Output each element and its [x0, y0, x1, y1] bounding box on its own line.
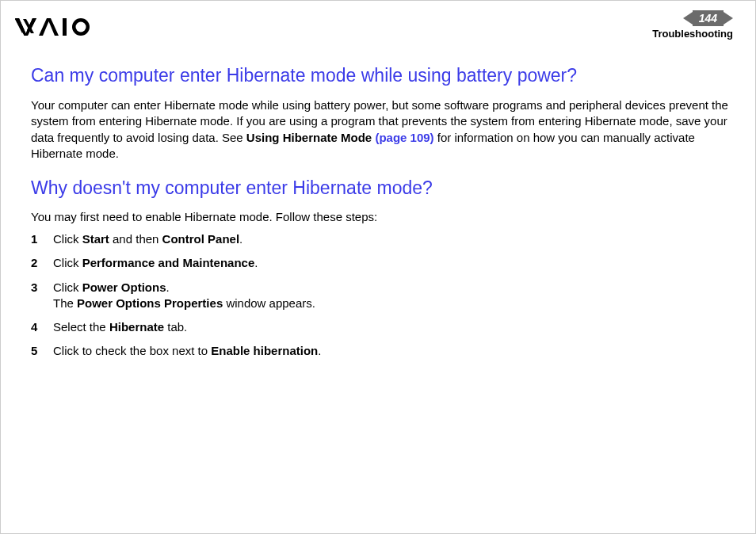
text: Click [53, 232, 82, 246]
page-content: Can my computer enter Hibernate mode whi… [15, 65, 733, 360]
text: . [254, 256, 258, 269]
page-navigation: 144 [683, 10, 733, 26]
list-item: Click Performance and Maintenance. [31, 255, 730, 271]
header-right: 144 Troubleshooting [652, 10, 733, 40]
text: Click [53, 256, 82, 269]
page-ref-link[interactable]: (page 109) [375, 131, 433, 144]
text: window appears. [223, 296, 315, 310]
text: and then [109, 232, 162, 246]
text: Click to check the box next to [53, 344, 211, 357]
svg-point-2 [76, 22, 86, 32]
ui-term: Power Options [82, 280, 166, 294]
text: . [318, 344, 321, 357]
ui-term: Control Panel [162, 232, 240, 246]
ref-title: Using Hibernate Mode [246, 131, 376, 144]
text: Select the [53, 320, 109, 334]
next-page-icon[interactable] [724, 12, 733, 25]
text: . [239, 232, 242, 246]
text: . [166, 280, 170, 294]
ui-term: Performance and Maintenance [82, 256, 255, 269]
section2-heading: Why doesn't my computer enter Hibernate … [31, 177, 730, 199]
steps-list: Click Start and then Control Panel. Clic… [31, 231, 730, 360]
section-label: Troubleshooting [652, 28, 733, 40]
list-item: Click Power Options. The Power Options P… [31, 280, 730, 312]
svg-rect-0 [63, 18, 67, 36]
ui-term: Start [82, 232, 109, 246]
ui-term: Enable hibernation [211, 344, 318, 357]
text: Click [53, 280, 82, 294]
ui-term: Power Options Properties [77, 296, 223, 310]
list-item: Click Start and then Control Panel. [31, 231, 730, 247]
page-header: 144 Troubleshooting [15, 10, 733, 40]
section1-heading: Can my computer enter Hibernate mode whi… [31, 65, 730, 86]
prev-page-icon[interactable] [683, 12, 693, 25]
vaio-logo-icon [15, 17, 94, 39]
list-item: Click to check the box next to Enable hi… [31, 343, 730, 359]
page-number: 144 [693, 10, 724, 26]
section1-paragraph: Your computer can enter Hibernate mode w… [31, 97, 730, 162]
section2-intro: You may first need to enable Hibernate m… [31, 210, 730, 223]
text: The [53, 296, 77, 310]
list-item: Select the Hibernate tab. [31, 319, 730, 335]
ui-term: Hibernate [109, 320, 164, 334]
text: tab. [164, 320, 187, 334]
